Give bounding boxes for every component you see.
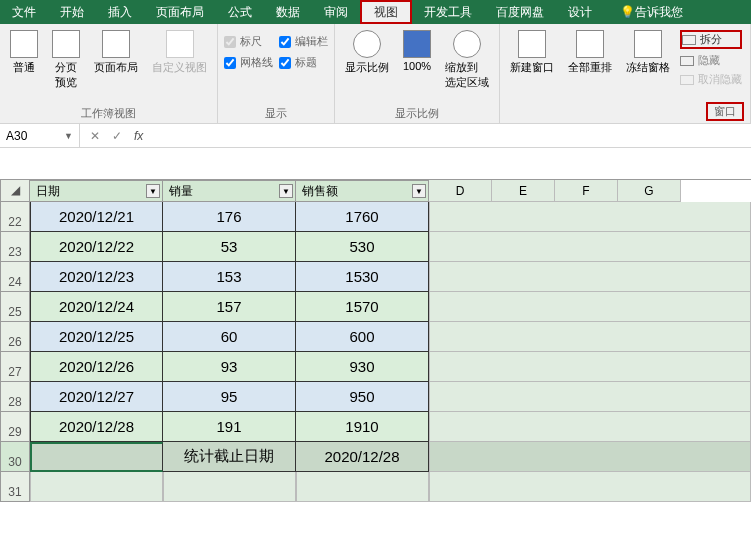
hide-button[interactable]: 隐藏 [680, 53, 742, 68]
name-box[interactable]: A30▼ [0, 124, 80, 147]
tab-data[interactable]: 数据 [264, 0, 312, 24]
cell-qty[interactable]: 157 [163, 292, 296, 322]
cell-qty[interactable]: 191 [163, 412, 296, 442]
normal-label: 普通 [13, 60, 35, 75]
normal-view-button[interactable]: 普通 [6, 28, 42, 77]
cell-empty[interactable] [30, 472, 163, 502]
col-header-date[interactable]: 日期▼ [30, 180, 163, 202]
group-window: 新建窗口 全部重排 冻结窗格 拆分 隐藏 取消隐藏 窗口 [500, 24, 751, 123]
row-header[interactable]: 28 [0, 382, 30, 412]
cell-amt[interactable]: 1570 [296, 292, 429, 322]
cell-date[interactable]: 2020/12/23 [30, 262, 163, 292]
pagebreak-button[interactable]: 分页 预览 [48, 28, 84, 92]
cell-empty[interactable] [429, 292, 751, 322]
col-headers: 日期▼ 销量▼ 销售额▼ D E F G [30, 180, 751, 202]
cell-summary-label[interactable]: 统计截止日期 [163, 442, 296, 472]
tab-layout[interactable]: 页面布局 [144, 0, 216, 24]
ruler-checkbox[interactable]: 标尺 [224, 34, 273, 49]
group-show: 标尺 网格线 编辑栏 标题 显示 [218, 24, 335, 123]
cell-amt[interactable]: 1910 [296, 412, 429, 442]
cell-empty[interactable] [429, 382, 751, 412]
cell-date[interactable]: 2020/12/26 [30, 352, 163, 382]
cell-qty[interactable]: 93 [163, 352, 296, 382]
tab-home[interactable]: 开始 [48, 0, 96, 24]
row-header[interactable]: 26 [0, 322, 30, 352]
row-header[interactable]: 27 [0, 352, 30, 382]
tab-baidu[interactable]: 百度网盘 [484, 0, 556, 24]
cell-qty[interactable]: 176 [163, 202, 296, 232]
cell-date[interactable]: 2020/12/24 [30, 292, 163, 322]
zoom-button[interactable]: 显示比例 [341, 28, 393, 77]
zoom100-button[interactable]: 100% [399, 28, 435, 74]
tab-design[interactable]: 设计 [556, 0, 604, 24]
cell-amt[interactable]: 950 [296, 382, 429, 412]
cell-summary-value[interactable]: 2020/12/28 [296, 442, 429, 472]
cell-empty[interactable] [429, 202, 751, 232]
col-header-d[interactable]: D [429, 180, 492, 202]
gridlines-checkbox[interactable]: 网格线 [224, 55, 273, 70]
cell-empty[interactable] [429, 352, 751, 382]
cell-date[interactable]: 2020/12/27 [30, 382, 163, 412]
fx-icon[interactable]: fx [134, 129, 143, 143]
tab-view[interactable]: 视图 [360, 0, 412, 24]
cell-date[interactable]: 2020/12/21 [30, 202, 163, 232]
row-header[interactable]: 30 [0, 442, 30, 472]
cell-amt[interactable]: 530 [296, 232, 429, 262]
cell-active[interactable] [30, 442, 163, 472]
formulabar-checkbox[interactable]: 编辑栏 [279, 34, 328, 49]
cell-amt[interactable]: 1530 [296, 262, 429, 292]
row-header[interactable]: 29 [0, 412, 30, 442]
freeze-button[interactable]: 冻结窗格 [622, 28, 674, 77]
cell-amt[interactable]: 1760 [296, 202, 429, 232]
zoomsel-label: 缩放到 选定区域 [445, 60, 489, 90]
tab-insert[interactable]: 插入 [96, 0, 144, 24]
cancel-icon[interactable]: ✕ [90, 129, 100, 143]
newwin-button[interactable]: 新建窗口 [506, 28, 558, 77]
tab-tellme[interactable]: 💡 告诉我您 [608, 0, 695, 24]
row-header[interactable]: 22 [0, 202, 30, 232]
tab-dev[interactable]: 开发工具 [412, 0, 484, 24]
col-header-amt[interactable]: 销售额▼ [296, 180, 429, 202]
tab-file[interactable]: 文件 [0, 0, 48, 24]
cell-empty[interactable] [429, 442, 751, 472]
unhide-button[interactable]: 取消隐藏 [680, 72, 742, 87]
cell-amt[interactable]: 930 [296, 352, 429, 382]
cell-qty[interactable]: 153 [163, 262, 296, 292]
filter-date-icon[interactable]: ▼ [146, 184, 160, 198]
cell-empty[interactable] [429, 412, 751, 442]
cell-qty[interactable]: 60 [163, 322, 296, 352]
row-header[interactable]: 24 [0, 262, 30, 292]
select-all[interactable]: ◢ [0, 180, 30, 202]
cell-qty[interactable]: 53 [163, 232, 296, 262]
enter-icon[interactable]: ✓ [112, 129, 122, 143]
cell-empty[interactable] [429, 232, 751, 262]
headings-checkbox[interactable]: 标题 [279, 55, 328, 70]
cell-empty[interactable] [429, 322, 751, 352]
split-button[interactable]: 拆分 [680, 30, 742, 49]
filter-amt-icon[interactable]: ▼ [412, 184, 426, 198]
table-row: 2020/12/26 93 930 [30, 352, 751, 382]
cell-date[interactable]: 2020/12/22 [30, 232, 163, 262]
row-header[interactable]: 23 [0, 232, 30, 262]
cell-date[interactable]: 2020/12/28 [30, 412, 163, 442]
tab-formulas[interactable]: 公式 [216, 0, 264, 24]
col-header-f[interactable]: F [555, 180, 618, 202]
cell-empty[interactable] [296, 472, 429, 502]
cell-empty[interactable] [163, 472, 296, 502]
cell-qty[interactable]: 95 [163, 382, 296, 412]
zoomsel-button[interactable]: 缩放到 选定区域 [441, 28, 493, 92]
cell-empty[interactable] [429, 472, 751, 502]
filter-qty-icon[interactable]: ▼ [279, 184, 293, 198]
row-header[interactable]: 25 [0, 292, 30, 322]
col-header-e[interactable]: E [492, 180, 555, 202]
arrange-button[interactable]: 全部重排 [564, 28, 616, 77]
cell-amt[interactable]: 600 [296, 322, 429, 352]
col-header-g[interactable]: G [618, 180, 681, 202]
row-header[interactable]: 31 [0, 472, 30, 502]
customview-button[interactable]: 自定义视图 [148, 28, 211, 77]
cell-empty[interactable] [429, 262, 751, 292]
pagelayout-button[interactable]: 页面布局 [90, 28, 142, 77]
tab-review[interactable]: 审阅 [312, 0, 360, 24]
col-header-qty[interactable]: 销量▼ [163, 180, 296, 202]
cell-date[interactable]: 2020/12/25 [30, 322, 163, 352]
